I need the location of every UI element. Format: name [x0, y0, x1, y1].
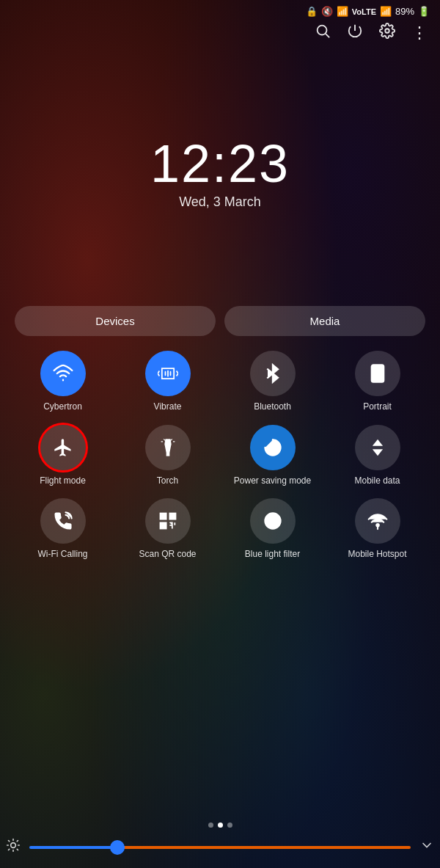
wificalling-tile-icon [40, 498, 86, 544]
bluetooth-tile-icon [250, 351, 296, 396]
portrait-tile-icon [355, 351, 400, 396]
powersave-tile-label: Power saving mode [234, 475, 311, 487]
brightness-low-icon [6, 838, 21, 856]
svg-rect-10 [161, 525, 164, 528]
wifi-tile-label: Cybertron [43, 401, 82, 413]
battery-icon: 🔋 [418, 6, 430, 17]
flight-tile-icon [40, 425, 86, 470]
hotspot-tile-label: Mobile Hotspot [348, 549, 406, 561]
powersave-tile-icon [250, 425, 296, 470]
dot-1 [208, 823, 213, 828]
lte-icon: VoLTE [352, 7, 376, 16]
tile-bluetooth[interactable]: Bluetooth [224, 351, 320, 413]
torch-tile-label: Torch [157, 475, 178, 487]
tile-hotspot[interactable]: Mobile Hotspot [329, 498, 425, 561]
mobiledata-tile-label: Mobile data [354, 475, 400, 487]
bluelight-tile-label: Blue light filter [245, 549, 300, 561]
more-icon[interactable]: ⋮ [411, 23, 427, 43]
battery-percent: 89% [395, 6, 414, 17]
flight-tile-label: Flight mode [40, 475, 86, 487]
tile-blue-light[interactable]: B Blue light filter [224, 498, 320, 561]
settings-icon[interactable] [379, 23, 395, 43]
wifi-status-icon: 📶 [337, 6, 348, 17]
wifi-tile-icon [40, 351, 86, 396]
mute-icon: 🔇 [321, 6, 333, 17]
tile-scan-qr[interactable]: Scan QR code [120, 498, 216, 561]
tiles-grid: Cybertron Vibrate Bluetooth [12, 351, 428, 561]
svg-rect-3 [371, 365, 383, 382]
brightness-bar[interactable] [0, 838, 440, 868]
svg-point-2 [385, 29, 389, 33]
quick-tiles: Devices Media Cybertron Vibrate [0, 306, 440, 572]
signal-icon: 📶 [380, 6, 392, 17]
vibrate-tile-label: Vibrate [154, 401, 182, 413]
clock-date: Wed, 3 March [179, 194, 261, 210]
tile-portrait[interactable]: Portrait [329, 351, 425, 413]
status-bar: 🔒 🔇 📶 VoLTE 📶 89% 🔋 [0, 0, 440, 20]
devices-button[interactable]: Devices [15, 306, 216, 336]
dot-3 [227, 823, 232, 828]
bluetooth-tile-label: Bluetooth [254, 401, 291, 413]
tile-mobile-data[interactable]: Mobile data [329, 425, 425, 487]
tile-power-saving[interactable]: Power saving mode [224, 425, 320, 487]
mobiledata-tile-icon [355, 425, 400, 470]
search-icon[interactable] [315, 23, 331, 43]
torch-tile-icon [145, 425, 191, 470]
scanqr-tile-label: Scan QR code [139, 549, 196, 561]
hotspot-tile-icon [355, 498, 400, 544]
svg-text:B: B [268, 515, 276, 528]
qr-tile-icon [145, 498, 191, 544]
top-actions: ⋮ [0, 20, 440, 48]
tile-flight-mode[interactable]: Flight mode [15, 425, 111, 487]
brightness-thumb[interactable] [110, 840, 125, 855]
svg-rect-9 [171, 515, 174, 518]
clock-time: 12:23 [150, 137, 290, 190]
chevron-down-icon[interactable] [419, 838, 434, 856]
power-icon[interactable] [347, 23, 363, 43]
portrait-tile-label: Portrait [363, 401, 392, 413]
vibrate-tile-icon [145, 351, 191, 396]
tile-wifi[interactable]: Cybertron [15, 351, 111, 413]
svg-rect-8 [161, 515, 164, 518]
dot-2-active [218, 823, 223, 828]
svg-point-14 [11, 843, 16, 848]
svg-line-1 [326, 34, 329, 37]
media-button[interactable]: Media [224, 306, 425, 336]
svg-point-0 [318, 26, 327, 35]
tile-torch[interactable]: Torch [120, 425, 216, 487]
lock-icon: 🔒 [306, 6, 318, 17]
clock-section: 12:23 Wed, 3 March [0, 48, 440, 306]
svg-point-4 [376, 377, 378, 379]
top-buttons: Devices Media [12, 306, 428, 336]
brightness-track[interactable] [29, 846, 411, 849]
bluelight-tile-icon: B [250, 498, 296, 544]
tile-wifi-calling[interactable]: Wi-Fi Calling [15, 498, 111, 561]
wificalling-tile-label: Wi-Fi Calling [37, 549, 87, 561]
page-dots [0, 823, 440, 828]
tile-vibrate[interactable]: Vibrate [120, 351, 216, 413]
